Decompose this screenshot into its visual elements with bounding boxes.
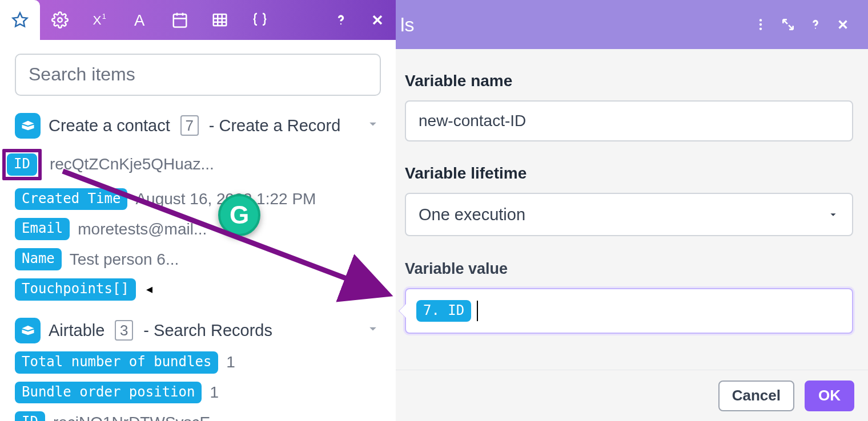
text-cursor — [477, 301, 478, 321]
chevron-down-icon — [365, 116, 381, 136]
svg-marker-0 — [13, 13, 27, 26]
kebab-menu-button[interactable] — [747, 11, 774, 38]
module-airtable-search: Airtable 3 - Search Records Total number… — [15, 318, 381, 421]
module-create-contact: Create a contact 7 - Create a Record ID … — [15, 113, 381, 301]
field-id[interactable]: ID reciNQ1NrDTWSvscE... — [15, 411, 381, 421]
tab-variable[interactable]: X1 — [80, 0, 120, 40]
field-value: moretests@mail... — [78, 220, 207, 238]
variable-lifetime-select[interactable]: One execution — [405, 193, 853, 236]
svg-text:X: X — [93, 13, 102, 27]
field-bundle-order[interactable]: Bundle order position 1 — [15, 382, 381, 404]
help-icon — [333, 12, 349, 28]
chevron-down-icon — [365, 321, 381, 341]
field-pill[interactable]: Bundle order position — [15, 382, 202, 404]
variable-value-label: Variable value — [405, 260, 853, 278]
field-value: 1 — [210, 383, 219, 402]
calendar-icon — [171, 11, 188, 29]
svg-point-20 — [815, 27, 816, 29]
svg-text:A: A — [134, 11, 145, 29]
cancel-button[interactable]: Cancel — [718, 380, 794, 411]
module-header[interactable]: Create a contact 7 - Create a Record — [15, 113, 381, 139]
help-icon — [808, 17, 823, 32]
field-pill[interactable]: Total number of bundles — [15, 351, 218, 374]
tab-text[interactable]: A — [120, 0, 160, 40]
svg-point-17 — [760, 19, 762, 21]
chevron-down-icon — [827, 208, 839, 221]
gear-icon — [51, 11, 69, 29]
tab-table[interactable] — [200, 0, 240, 40]
editor-footer: Cancel OK — [396, 370, 868, 421]
highlight-box: ID — [2, 149, 42, 180]
field-id[interactable]: ID recQtZCnKje5QHuaz... — [2, 149, 381, 180]
airtable-icon — [15, 318, 41, 343]
module-header[interactable]: Airtable 3 - Search Records — [15, 318, 381, 343]
svg-rect-9 — [214, 14, 227, 26]
svg-point-19 — [760, 27, 762, 30]
expand-icon — [781, 17, 795, 32]
tab-date[interactable] — [160, 0, 200, 40]
svg-rect-5 — [174, 14, 187, 27]
module-number: 7 — [180, 115, 199, 136]
select-value: One execution — [419, 205, 525, 224]
module-title-prefix: Create a contact — [49, 116, 170, 135]
module-title-suffix: - Search Records — [143, 321, 272, 340]
data-picker-panel: X1 A — [0, 0, 396, 421]
field-value: 1 — [226, 353, 235, 371]
star-icon — [11, 11, 29, 29]
variable-icon: X1 — [91, 11, 108, 29]
airtable-icon — [15, 113, 41, 139]
editor-header: ls — [396, 0, 868, 49]
variable-editor-panel: ls Variable name Variable lifetime One e… — [396, 0, 868, 421]
variable-name-label: Variable name — [405, 72, 853, 90]
close-icon — [369, 12, 385, 28]
svg-point-1 — [58, 18, 62, 22]
field-pill[interactable]: Email — [15, 218, 70, 240]
close-icon — [835, 17, 850, 32]
grammarly-icon: G — [230, 201, 249, 229]
field-touchpoints[interactable]: Touchpoints[] ◂ — [15, 278, 381, 301]
module-title-suffix: - Create a Record — [209, 116, 341, 135]
svg-point-14 — [340, 23, 341, 25]
close-button[interactable] — [829, 11, 857, 38]
kebab-icon — [753, 17, 768, 32]
collapse-arrow-icon: ◂ — [146, 282, 152, 297]
grammarly-badge[interactable]: G — [218, 194, 260, 236]
search-input[interactable] — [15, 54, 381, 96]
field-name[interactable]: Name Test person 6... — [15, 248, 381, 270]
field-value: reciNQ1NrDTWSvscE... — [53, 414, 224, 421]
tab-star[interactable] — [0, 0, 40, 40]
table-icon — [211, 11, 228, 29]
tab-braces[interactable] — [240, 0, 280, 40]
braces-icon — [251, 11, 268, 29]
module-number: 3 — [115, 320, 133, 341]
svg-text:1: 1 — [102, 12, 106, 20]
module-title-prefix: Airtable — [49, 321, 105, 340]
help-button[interactable] — [802, 11, 829, 38]
field-created-time[interactable]: Created Time August 16, 2022 1:22 PM — [15, 188, 381, 211]
tab-strip: X1 A — [0, 0, 396, 40]
value-chip[interactable]: 7. ID — [416, 300, 471, 322]
field-value: Test person 6... — [70, 250, 179, 269]
variable-name-input[interactable] — [405, 100, 853, 141]
field-pill[interactable]: Name — [15, 248, 62, 270]
ok-button[interactable]: OK — [805, 380, 854, 411]
field-email[interactable]: Email moretests@mail... — [15, 218, 381, 240]
field-pill[interactable]: Created Time — [15, 188, 127, 211]
field-pill-id[interactable]: ID — [7, 153, 37, 176]
close-panel-button[interactable] — [359, 0, 396, 40]
field-pill[interactable]: Touchpoints[] — [15, 278, 136, 301]
help-button[interactable] — [323, 0, 359, 40]
header-title-fragment: ls — [400, 14, 415, 36]
field-total-bundles[interactable]: Total number of bundles 1 — [15, 351, 381, 374]
field-value: recQtZCnKje5QHuaz... — [50, 155, 214, 173]
text-icon: A — [131, 11, 148, 29]
tab-gear[interactable] — [40, 0, 80, 40]
variable-lifetime-label: Variable lifetime — [405, 164, 853, 183]
field-pill[interactable]: ID — [15, 411, 45, 421]
expand-button[interactable] — [774, 11, 802, 38]
variable-value-input[interactable]: 7. ID — [405, 288, 853, 334]
svg-point-18 — [760, 23, 762, 26]
